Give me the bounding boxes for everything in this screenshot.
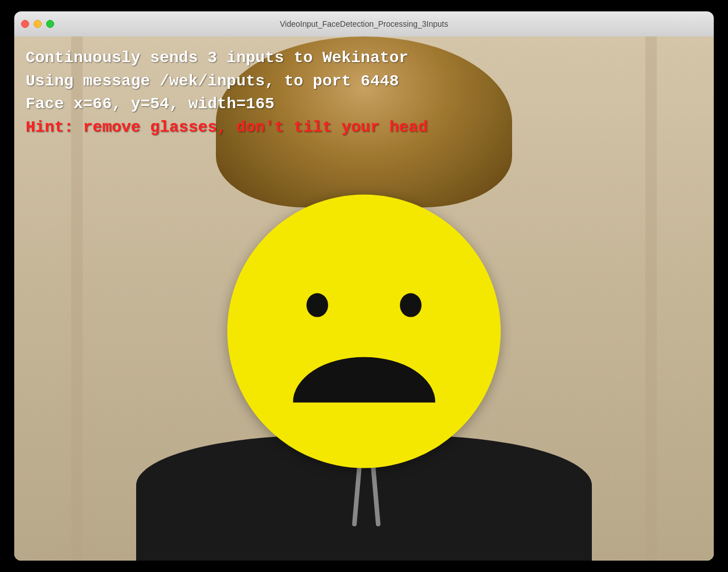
hoodie-string-left [352,458,362,526]
smiley-eye-right [400,293,422,317]
window-title: VideoInput_FaceDetection_Processing_3Inp… [280,19,448,28]
info-line-2: Using message /wek/inputs, to port 6448 [26,70,702,93]
traffic-lights [21,20,54,28]
video-canvas: Continuously sends 3 inputs to Wekinator… [14,36,714,561]
maximize-button[interactable] [46,20,54,28]
hoodie-string-right [370,458,381,526]
smiley-face [227,195,501,468]
smiley-eye-left [306,293,328,317]
smiley-mouth [293,357,435,402]
hint-line: Hint: remove glasses, don't tilt your he… [26,116,702,140]
title-bar: VideoInput_FaceDetection_Processing_3Inp… [14,11,714,36]
app-window: VideoInput_FaceDetection_Processing_3Inp… [14,11,714,561]
minimize-button[interactable] [34,20,42,28]
close-button[interactable] [21,20,29,28]
smiley-container [227,195,501,468]
info-line-1: Continuously sends 3 inputs to Wekinator [26,47,702,70]
smiley-mouth-inner [293,357,435,402]
overlay-text-block: Continuously sends 3 inputs to Wekinator… [14,36,714,149]
info-line-3: Face x=66, y=54, width=165 [26,93,702,116]
